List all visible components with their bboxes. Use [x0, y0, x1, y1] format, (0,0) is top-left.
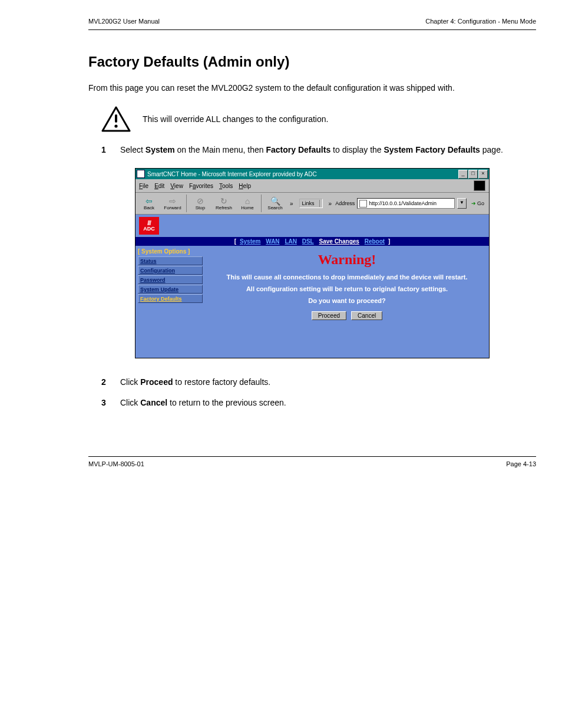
address-field[interactable]: http://10.0.0.1/ValidateAdmin — [357, 198, 455, 209]
go-button[interactable]: ➔ Go — [469, 200, 487, 206]
ie-icon — [137, 170, 145, 178]
nav-wan[interactable]: WAN — [266, 238, 279, 245]
ie-brand-icon — [474, 180, 485, 191]
step-bold: Proceed — [140, 377, 173, 387]
step-text: on the Main menu, then — [175, 145, 266, 154]
minimize-button[interactable]: _ — [458, 170, 468, 179]
nav-system[interactable]: System — [240, 238, 261, 245]
toolbar-overflow-icon[interactable]: » — [287, 200, 296, 207]
header-left: MVL200G2 User Manual — [88, 18, 160, 25]
stop-button[interactable]: ⊘Stop — [189, 194, 211, 213]
toolbar-separator — [186, 195, 187, 212]
sidebar-heading: [ System Options ] — [138, 248, 203, 255]
section-title: Factory Defaults (Admin only) — [88, 54, 536, 70]
adc-logo: /// ADC — [139, 217, 159, 235]
menu-favorites[interactable]: Favorites — [189, 183, 213, 189]
links-bar[interactable]: Links — [299, 199, 323, 208]
nav-dsl[interactable]: DSL — [302, 238, 314, 245]
address-label: Address — [335, 200, 355, 206]
go-icon: ➔ — [471, 200, 476, 206]
step-number: 1 — [101, 144, 110, 156]
step-bold: System Factory Defaults — [384, 145, 480, 154]
step-2: 2 Click Proceed to restore factory defau… — [101, 376, 536, 388]
step-text: to return to the previous screen. — [167, 398, 286, 407]
sidebar-item-system-update[interactable]: System Update — [140, 286, 178, 292]
links-overflow-icon[interactable]: » — [326, 200, 335, 207]
toolbar-separator — [261, 195, 262, 212]
maximize-button[interactable]: □ — [468, 170, 478, 179]
step-bold: Factory Defaults — [266, 145, 331, 154]
footer-rule — [88, 456, 536, 457]
screenshot: SmartCNCT Home - Microsoft Internet Expl… — [135, 168, 490, 358]
menu-file[interactable]: FFileile — [139, 183, 148, 189]
address-url: http://10.0.0.1/ValidateAdmin — [369, 200, 437, 206]
home-button[interactable]: ⌂Home — [236, 194, 259, 213]
search-button[interactable]: 🔍Search — [264, 194, 286, 213]
sidebar-item-password[interactable]: Password — [140, 277, 166, 283]
menu-view[interactable]: View — [170, 183, 183, 189]
forward-button[interactable]: ⇨Forward — [161, 194, 184, 213]
window-titlebar: SmartCNCT Home - Microsoft Internet Expl… — [135, 169, 489, 179]
step-text: Select — [120, 145, 146, 154]
sidebar-item-factory-defaults[interactable]: Factory Defaults — [140, 296, 182, 302]
step-bold: Cancel — [140, 398, 167, 407]
window-title: SmartCNCT Home - Microsoft Internet Expl… — [147, 171, 317, 177]
nav-reboot[interactable]: Reboot — [365, 238, 385, 245]
warning-line-1: This will cause all connections to drop … — [213, 274, 481, 281]
header-rule — [88, 29, 536, 30]
svg-rect-1 — [115, 114, 117, 123]
proceed-button[interactable]: Proceed — [312, 311, 346, 320]
menu-tools[interactable]: Tools — [219, 183, 233, 189]
footer-page-number: Page 4-13 — [506, 460, 536, 467]
address-dropdown-icon[interactable]: ▼ — [457, 198, 467, 209]
nav-save-changes[interactable]: Save Changes — [319, 238, 359, 245]
menu-help[interactable]: Help — [239, 183, 251, 189]
toolbar: ⇦Back ⇨Forward ⊘Stop ↻Refresh ⌂Home 🔍Sea… — [135, 193, 489, 215]
menu-edit[interactable]: Edit — [154, 183, 164, 189]
step-bold: System — [146, 145, 175, 154]
sidebar-item-configuration[interactable]: Configuration — [140, 268, 175, 274]
caution-icon — [101, 106, 131, 132]
step-text: to display the — [330, 145, 384, 154]
header-right: Chapter 4: Configuration - Menu Mode — [425, 18, 536, 25]
step-number: 3 — [101, 397, 110, 409]
main-panel: Warning! This will cause all connections… — [205, 246, 489, 358]
sidebar-item-status[interactable]: Status — [140, 258, 157, 264]
step-1: 1 Select System on the Main menu, then F… — [101, 144, 536, 156]
step-text: Click — [120, 377, 140, 387]
cancel-button[interactable]: Cancel — [351, 311, 382, 320]
intro-text: From this page you can reset the MVL200G… — [88, 82, 536, 94]
note-text: This will override ALL changes to the co… — [143, 114, 328, 124]
back-button[interactable]: ⇦Back — [138, 194, 160, 213]
nav-lan[interactable]: LAN — [285, 238, 297, 245]
refresh-button[interactable]: ↻Refresh — [213, 194, 235, 213]
menu-bar: FFileile Edit View Favorites Tools Help — [139, 183, 251, 189]
close-button[interactable]: × — [478, 170, 488, 179]
svg-point-2 — [114, 124, 117, 127]
step-3: 3 Click Cancel to return to the previous… — [101, 397, 536, 409]
top-nav: [ System WAN LAN DSL Save Changes Reboot… — [135, 237, 489, 246]
step-text: to restore factory defaults. — [173, 377, 270, 387]
sidebar: [ System Options ] Status Configuration … — [135, 246, 205, 358]
step-text: page. — [480, 145, 503, 154]
page-icon — [359, 200, 367, 207]
warning-line-2: All configuration setting will be return… — [213, 285, 481, 292]
step-number: 2 — [101, 376, 110, 388]
footer-doc-id: MVLP-UM-8005-01 — [88, 460, 144, 467]
warning-line-3: Do you want to proceed? — [213, 297, 481, 304]
step-text: Click — [120, 398, 140, 407]
warning-heading: Warning! — [213, 252, 481, 268]
